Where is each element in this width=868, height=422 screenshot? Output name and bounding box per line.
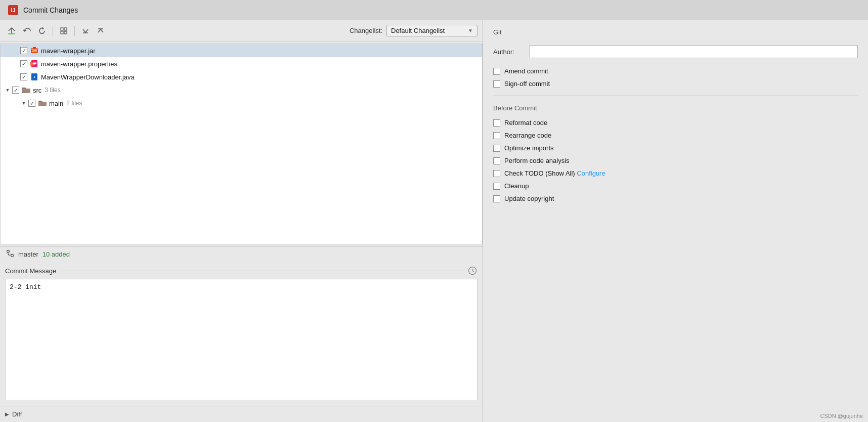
group-by-button[interactable] — [57, 24, 70, 37]
configure-link[interactable]: Configure — [577, 170, 605, 177]
tree-item-maven-wrapper-jar[interactable]: JAR maven-wrapper.jar — [1, 44, 482, 57]
expand-all-button[interactable] — [94, 24, 107, 37]
commit-message-textarea[interactable] — [5, 279, 478, 400]
commit-message-label: Commit Message — [5, 267, 56, 275]
reformat-code-label: Reformat code — [504, 119, 547, 126]
reformat-code-row: Reformat code — [493, 119, 858, 126]
svg-text:J: J — [33, 75, 35, 78]
left-panel: Changelist: Default Changelist ▼ JAR — [0, 20, 483, 422]
git-section-title: Git — [493, 28, 858, 38]
src-label: src — [33, 87, 41, 94]
rearrange-code-row: Rearrange code — [493, 132, 858, 139]
reformat-code-checkbox[interactable] — [493, 119, 500, 126]
toolbar-separator-2 — [74, 26, 75, 36]
move-to-changelist-button[interactable] — [5, 24, 18, 37]
checkbox-src[interactable] — [12, 87, 19, 94]
maven-wrapper-jar-label: maven-wrapper.jar — [41, 47, 96, 55]
perform-code-analysis-row: Perform code analysis — [493, 157, 858, 164]
main-count: 2 files — [66, 100, 82, 107]
maven-wrapper-properties-label: maven-wrapper.properties — [41, 60, 117, 68]
perform-code-analysis-label: Perform code analysis — [504, 157, 570, 164]
amend-commit-checkbox[interactable] — [493, 68, 500, 75]
diff-label: Diff — [12, 410, 22, 418]
changelist-dropdown[interactable]: Default Changelist ▼ — [386, 25, 478, 36]
diff-expand-icon: ▶ — [5, 411, 9, 417]
svg-rect-1 — [64, 28, 67, 30]
expand-placeholder — [13, 48, 19, 54]
amend-commit-row: Amend commit — [493, 67, 858, 75]
check-todo-row: Check TODO (Show All) Configure — [493, 170, 858, 177]
update-copyright-checkbox[interactable] — [493, 195, 500, 202]
amend-commit-label: Amend commit — [504, 67, 548, 75]
author-input[interactable] — [530, 45, 858, 58]
refresh-button[interactable] — [35, 24, 49, 37]
maven-wrapper-downloader-label: MavenWrapperDownloader.java — [41, 73, 135, 81]
added-count: 10 added — [42, 250, 70, 258]
checkbox-maven-wrapper-jar[interactable] — [20, 47, 27, 54]
tree-item-main[interactable]: ▼ main 2 files — [1, 97, 482, 110]
toolbar-separator-1 — [53, 26, 53, 36]
checkbox-maven-wrapper-downloader[interactable] — [20, 73, 27, 80]
before-commit-title: Before Commit — [493, 104, 858, 112]
main-folder-icon — [38, 99, 47, 107]
update-copyright-row: Update copyright — [493, 195, 858, 202]
svg-text:JAR: JAR — [32, 49, 37, 52]
optimize-imports-row: Optimize imports — [493, 144, 858, 152]
changelist-label: Changelist: — [350, 27, 382, 34]
main-label: main — [49, 100, 63, 107]
window-title: Commit Changes — [23, 6, 78, 14]
src-folder-icon — [22, 86, 30, 94]
diff-section[interactable]: ▶ Diff — [0, 406, 483, 422]
svg-text:P: P — [31, 63, 32, 65]
src-expand-icon[interactable]: ▼ — [5, 87, 11, 93]
sign-off-commit-checkbox[interactable] — [493, 80, 500, 88]
java-file-icon: J — [30, 73, 38, 81]
app-icon: IJ — [8, 5, 18, 15]
commit-message-header: Commit Message — [5, 266, 478, 276]
toolbar: Changelist: Default Changelist ▼ — [0, 20, 483, 41]
author-label: Author: — [493, 48, 524, 56]
commit-message-line — [60, 271, 463, 271]
checkbox-maven-wrapper-properties[interactable] — [20, 60, 27, 67]
svg-rect-0 — [61, 28, 63, 30]
collapse-all-button[interactable] — [79, 24, 92, 37]
svg-point-18 — [7, 250, 10, 253]
undo-button[interactable] — [20, 24, 33, 37]
cleanup-row: Cleanup — [493, 182, 858, 190]
tree-item-src[interactable]: ▼ src 3 files — [1, 83, 482, 97]
sign-off-commit-label: Sign-off commit — [504, 80, 550, 88]
perform-code-analysis-checkbox[interactable] — [493, 157, 500, 164]
cleanup-label: Cleanup — [504, 182, 529, 190]
file-tree[interactable]: JAR maven-wrapper.jar — [0, 44, 483, 244]
rearrange-code-checkbox[interactable] — [493, 132, 500, 139]
tree-item-maven-wrapper-properties[interactable]: P maven-wrapper.properties — [1, 57, 482, 70]
svg-rect-3 — [64, 31, 67, 34]
title-bar: IJ Commit Changes — [0, 0, 868, 20]
right-panel: Git Author: Amend commit Sign-off commit… — [483, 20, 868, 422]
sign-off-commit-row: Sign-off commit — [493, 80, 858, 88]
cleanup-checkbox[interactable] — [493, 183, 500, 190]
tree-item-maven-wrapper-downloader[interactable]: J MavenWrapperDownloader.java — [1, 70, 482, 83]
section-divider — [493, 96, 858, 96]
watermark: CSDN @gujunhe — [820, 413, 863, 419]
expand-placeholder-2 — [13, 61, 19, 67]
clock-icon[interactable] — [467, 266, 478, 276]
check-todo-checkbox[interactable] — [493, 170, 500, 177]
src-count: 3 files — [45, 87, 60, 94]
jar-file-icon: JAR — [30, 47, 38, 55]
main-container: Changelist: Default Changelist ▼ JAR — [0, 20, 868, 422]
update-copyright-label: Update copyright — [504, 195, 554, 202]
checkbox-main[interactable] — [28, 100, 35, 107]
svg-rect-9 — [33, 47, 36, 49]
check-todo-label: Check TODO (Show All) Configure — [504, 170, 605, 177]
status-bar: master 10 added — [0, 246, 483, 262]
optimize-imports-label: Optimize imports — [504, 144, 554, 152]
svg-rect-2 — [61, 31, 63, 34]
branch-icon — [6, 249, 14, 259]
author-row: Author: — [493, 45, 858, 58]
svg-line-23 — [472, 271, 474, 272]
optimize-imports-checkbox[interactable] — [493, 145, 500, 152]
expand-placeholder-3 — [13, 74, 19, 80]
main-expand-icon[interactable]: ▼ — [21, 100, 27, 106]
rearrange-code-label: Rearrange code — [504, 132, 551, 139]
